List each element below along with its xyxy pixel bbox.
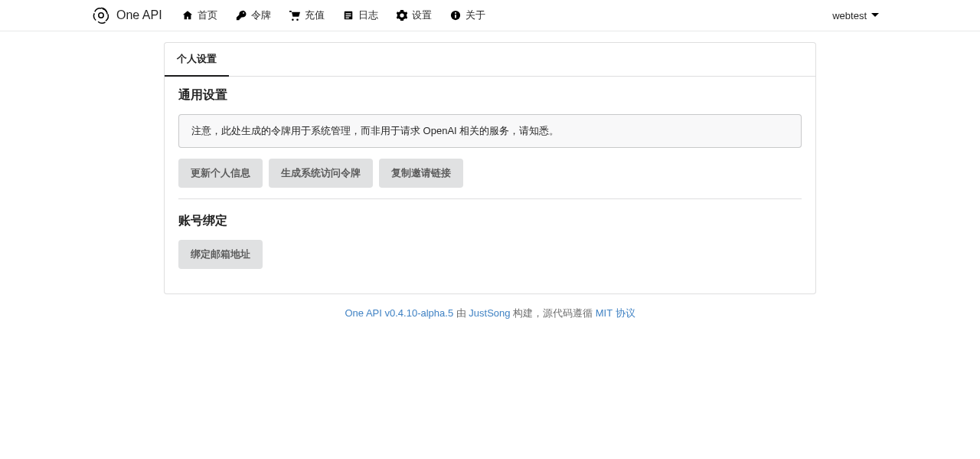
- footer-license-link[interactable]: MIT 协议: [596, 307, 635, 319]
- general-button-row: 更新个人信息 生成系统访问令牌 复制邀请链接: [178, 159, 802, 188]
- notice-message: 注意，此处生成的令牌用于系统管理，而非用于请求 OpenAI 相关的服务，请知悉…: [178, 114, 802, 148]
- section-title-binding: 账号绑定: [178, 213, 802, 229]
- nav-item-about[interactable]: 关于: [441, 1, 495, 30]
- tab-label: 个人设置: [177, 53, 217, 64]
- tabs: 个人设置: [165, 43, 815, 77]
- info-icon: [450, 10, 461, 21]
- svg-rect-4: [345, 18, 348, 18]
- nav-label: 充值: [305, 8, 325, 22]
- copy-invite-button[interactable]: 复制邀请链接: [379, 159, 463, 188]
- nav-label: 令牌: [251, 8, 271, 22]
- home-icon: [182, 10, 193, 21]
- nav-item-home[interactable]: 首页: [173, 1, 227, 30]
- chevron-down-icon: [871, 13, 879, 18]
- nav-label: 日志: [358, 8, 378, 22]
- svg-rect-6: [455, 15, 456, 18]
- footer: One API v0.4.10-alpha.5 由 JustSong 构建，源代…: [164, 294, 816, 333]
- tab-content: 通用设置 注意，此处生成的令牌用于系统管理，而非用于请求 OpenAI 相关的服…: [165, 77, 815, 293]
- cart-icon: [289, 10, 300, 21]
- svg-rect-2: [345, 13, 351, 14]
- footer-version-link[interactable]: One API v0.4.10-alpha.5: [345, 307, 453, 319]
- footer-author-link[interactable]: JustSong: [469, 307, 510, 319]
- footer-text: 由: [453, 307, 469, 319]
- nav-item-settings[interactable]: 设置: [387, 1, 441, 30]
- user-menu[interactable]: webtest: [823, 2, 888, 29]
- brand-logo-icon: [92, 6, 110, 25]
- main-container: 个人设置 通用设置 注意，此处生成的令牌用于系统管理，而非用于请求 OpenAI…: [164, 42, 816, 333]
- svg-point-0: [99, 13, 103, 18]
- nav-item-logs[interactable]: 日志: [334, 1, 387, 30]
- list-icon: [343, 10, 354, 21]
- nav-label: 设置: [412, 8, 432, 22]
- nav-label: 首页: [198, 8, 217, 22]
- nav-label: 关于: [466, 8, 485, 22]
- nav-item-topup[interactable]: 充值: [280, 1, 334, 30]
- topbar-inner: One API 首页 令牌 充值: [84, 0, 896, 31]
- generate-token-button[interactable]: 生成系统访问令牌: [269, 159, 373, 188]
- footer-text: 构建，源代码遵循: [511, 307, 596, 319]
- svg-rect-3: [345, 15, 351, 16]
- brand[interactable]: One API: [92, 6, 162, 25]
- settings-card: 个人设置 通用设置 注意，此处生成的令牌用于系统管理，而非用于请求 OpenAI…: [164, 42, 816, 294]
- user-name: webtest: [832, 10, 867, 21]
- section-title-general: 通用设置: [178, 87, 802, 103]
- update-profile-button[interactable]: 更新个人信息: [178, 159, 263, 188]
- topbar: One API 首页 令牌 充值: [0, 0, 980, 31]
- binding-button-row: 绑定邮箱地址: [178, 240, 802, 269]
- gear-icon: [397, 10, 407, 21]
- bind-email-button[interactable]: 绑定邮箱地址: [178, 240, 263, 269]
- main-nav: 首页 令牌 充值 日志: [173, 1, 824, 30]
- brand-name: One API: [116, 8, 162, 22]
- section-divider: [178, 198, 802, 199]
- nav-item-tokens[interactable]: 令牌: [227, 1, 280, 30]
- key-icon: [236, 10, 247, 21]
- tab-personal-settings[interactable]: 个人设置: [165, 43, 229, 77]
- svg-point-7: [455, 12, 456, 14]
